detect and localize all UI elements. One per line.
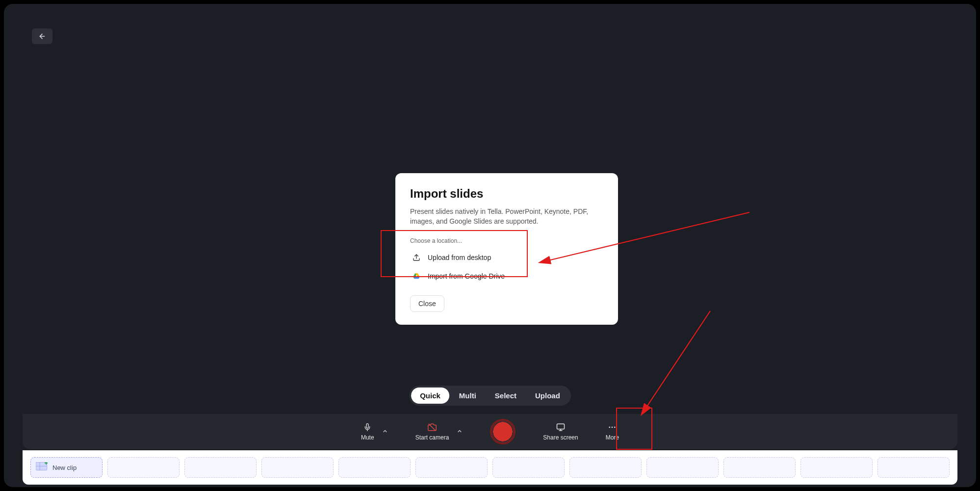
dialog-section-label: Choose a location... xyxy=(410,237,603,244)
import-slides-dialog: Import slides Present slides natively in… xyxy=(395,173,618,325)
upload-from-desktop-option[interactable]: Upload from desktop xyxy=(410,248,603,267)
camera-chevron[interactable] xyxy=(457,427,463,436)
arrow-left-icon xyxy=(38,32,46,40)
svg-rect-8 xyxy=(557,424,565,429)
mode-quick[interactable]: Quick xyxy=(411,388,449,404)
mute-group: Mute xyxy=(361,422,388,441)
close-button[interactable]: Close xyxy=(410,295,444,312)
more-label: More xyxy=(606,434,619,441)
new-clip-button[interactable]: New clip xyxy=(30,457,103,478)
mode-upload[interactable]: Upload xyxy=(526,388,569,404)
annotation-arrow-to-more xyxy=(632,306,730,421)
clip-placeholder[interactable]: . xyxy=(877,457,950,478)
google-drive-icon xyxy=(412,272,421,281)
microphone-icon xyxy=(363,422,371,432)
clip-placeholder[interactable]: . xyxy=(569,457,642,478)
mode-select[interactable]: Select xyxy=(486,388,525,404)
clip-placeholder[interactable]: . xyxy=(338,457,411,478)
start-camera-label: Start camera xyxy=(415,434,449,441)
more-button[interactable]: More xyxy=(606,422,619,441)
clip-placeholder[interactable]: . xyxy=(184,457,257,478)
chevron-up-icon xyxy=(382,428,388,434)
clip-placeholder[interactable]: . xyxy=(800,457,873,478)
start-camera-button[interactable]: Start camera xyxy=(415,422,449,441)
clip-placeholder[interactable]: . xyxy=(492,457,565,478)
svg-point-13 xyxy=(614,427,616,428)
clip-placeholder[interactable]: . xyxy=(415,457,488,478)
chevron-up-icon xyxy=(457,428,463,434)
mode-multi[interactable]: Multi xyxy=(450,388,485,404)
share-screen-label: Share screen xyxy=(543,434,578,441)
mute-button[interactable]: Mute xyxy=(361,422,374,441)
monitor-icon xyxy=(556,422,565,432)
import-from-google-drive-option[interactable]: Import from Google Drive xyxy=(410,267,603,285)
dialog-title: Import slides xyxy=(410,187,603,201)
svg-line-14 xyxy=(646,311,710,407)
svg-point-12 xyxy=(612,427,613,428)
mute-chevron[interactable] xyxy=(382,427,388,436)
app-frame: Import slides Present slides natively in… xyxy=(4,4,976,487)
clip-placeholder[interactable]: . xyxy=(723,457,796,478)
share-screen-button[interactable]: Share screen xyxy=(543,422,578,441)
clip-placeholder[interactable]: . xyxy=(107,457,180,478)
slides-plus-icon xyxy=(36,462,49,473)
camera-off-icon xyxy=(427,422,437,432)
gdrive-option-label: Import from Google Drive xyxy=(428,272,505,280)
clip-placeholder[interactable]: . xyxy=(646,457,719,478)
svg-point-11 xyxy=(609,427,611,428)
upload-icon xyxy=(412,253,421,262)
recording-mode-selector: Quick Multi Select Upload xyxy=(409,386,571,406)
recorder-toolbar: Mute Start camera Share screen xyxy=(23,414,957,449)
new-clip-label: New clip xyxy=(52,464,77,471)
more-horizontal-icon xyxy=(608,422,617,432)
mute-label: Mute xyxy=(361,434,374,441)
clip-placeholder[interactable]: . xyxy=(261,457,334,478)
record-button[interactable] xyxy=(490,419,516,444)
back-button[interactable] xyxy=(32,28,52,44)
camera-group: Start camera xyxy=(415,422,463,441)
dialog-description: Present slides natively in Tella. PowerP… xyxy=(410,207,603,227)
upload-option-label: Upload from desktop xyxy=(428,254,491,261)
clips-timeline: New clip . . . . . . . . . . . xyxy=(23,450,957,485)
